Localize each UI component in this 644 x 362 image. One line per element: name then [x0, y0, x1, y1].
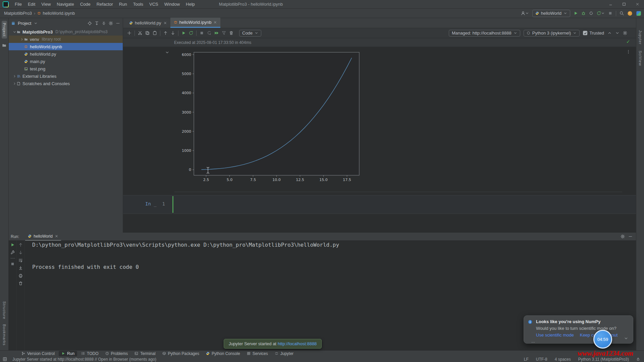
tree-item-venv[interactable]: venvlibrary root: [9, 36, 123, 43]
move-down-icon[interactable]: [171, 31, 175, 35]
run-all-icon[interactable]: [214, 31, 219, 35]
run-button[interactable]: [574, 11, 578, 15]
menu-help[interactable]: Help: [183, 1, 198, 8]
copy-icon[interactable]: [145, 31, 150, 35]
rerun-dropdown[interactable]: [597, 11, 605, 15]
status-encoding[interactable]: UTF-8: [536, 357, 547, 362]
close-icon[interactable]: [631, 0, 644, 8]
project-view-title[interactable]: Project: [18, 21, 31, 26]
prev-cell-icon[interactable]: [607, 31, 612, 35]
menu-edit[interactable]: Edit: [25, 1, 38, 8]
notebook-settings-icon[interactable]: [623, 31, 627, 35]
toolwindow-button-services[interactable]: Services: [244, 351, 271, 356]
toolwindow-button-python-console[interactable]: Python Console: [203, 351, 243, 356]
chevron-down-icon[interactable]: [34, 21, 38, 25]
notification-more[interactable]: ...: [531, 339, 629, 344]
rerun-icon[interactable]: [10, 243, 15, 247]
close-icon[interactable]: [55, 234, 58, 238]
run-tab[interactable]: helloWorld: [25, 233, 61, 241]
toolwindow-button-run[interactable]: Run: [59, 351, 77, 356]
menu-refactor[interactable]: Refactor: [94, 1, 116, 8]
cut-icon[interactable]: [138, 31, 142, 35]
menu-tools[interactable]: Tools: [130, 1, 146, 8]
collapse-notification-icon[interactable]: [624, 336, 628, 341]
collapse-all-icon[interactable]: [102, 21, 106, 25]
clear-console-icon[interactable]: [18, 281, 23, 286]
stop-button[interactable]: [608, 11, 612, 15]
arrow-down-icon[interactable]: [18, 250, 23, 255]
arrow-up-icon[interactable]: [18, 243, 23, 247]
stop-kernel-icon[interactable]: [200, 31, 204, 35]
printer-icon[interactable]: [18, 274, 23, 278]
ai-assistant-icon[interactable]: [627, 11, 633, 16]
delete-cell-icon[interactable]: [229, 31, 233, 35]
clear-outputs-icon[interactable]: [222, 31, 226, 35]
menu-code[interactable]: Code: [77, 1, 93, 8]
status-message[interactable]: Jupyter Server started at http://localho…: [12, 357, 156, 362]
tool-window-switcher-icon[interactable]: [3, 357, 7, 361]
tool-stripe-structure[interactable]: Structure: [2, 301, 6, 319]
scroll-end-icon[interactable]: [18, 266, 23, 270]
run-config-select[interactable]: helloWorld: [532, 10, 570, 17]
minimize-icon[interactable]: [604, 0, 617, 8]
menu-run[interactable]: Run: [116, 1, 130, 8]
tab-helloworld-py[interactable]: helloWorld.py: [126, 18, 170, 28]
maximize-icon[interactable]: [617, 0, 631, 8]
run-settings-icon[interactable]: [621, 234, 625, 239]
menu-navigate[interactable]: Navigate: [54, 1, 76, 8]
status-indent[interactable]: 4 spaces: [555, 357, 571, 362]
close-icon[interactable]: [163, 21, 167, 25]
code-cell[interactable]: [123, 195, 636, 214]
tool-stripe-bookmarks[interactable]: Bookmarks: [2, 324, 6, 346]
hide-panel-icon[interactable]: [116, 21, 120, 25]
select-opened-file-icon[interactable]: [95, 21, 99, 25]
tool-stripe-project[interactable]: Project: [2, 21, 7, 39]
run-console[interactable]: D:\python_pro\MatplotlibPro3\venv\Script…: [32, 241, 339, 271]
paste-icon[interactable]: [153, 31, 157, 35]
next-cell-icon[interactable]: [615, 31, 620, 35]
close-icon[interactable]: [213, 20, 217, 24]
menu-vcs[interactable]: VCS: [147, 1, 161, 8]
chevron-down-icon[interactable]: [12, 30, 17, 34]
toolwindow-button-version-control[interactable]: Version Control: [19, 351, 57, 356]
run-with-coverage-button[interactable]: [589, 11, 593, 15]
restart-kernel-icon[interactable]: [189, 31, 193, 35]
toolwindow-button-python-packages[interactable]: Python Packages: [160, 351, 202, 356]
lock-icon[interactable]: [636, 357, 640, 361]
run-cell-icon[interactable]: [181, 31, 186, 35]
tool-stripe-sciview[interactable]: SciView: [638, 51, 642, 66]
locate-file-icon[interactable]: [88, 21, 92, 25]
tree-item-matplotlibpro3[interactable]: MatplotlibPro3D:\python_pro\MatplotlibPr…: [9, 28, 123, 36]
tree-item-helloworld-ipynb[interactable]: helloWorld.ipynb: [9, 43, 123, 50]
kernel-select[interactable]: Python 3 (ipykernel): [524, 30, 580, 37]
move-up-icon[interactable]: [163, 31, 168, 35]
stop-icon[interactable]: [10, 262, 15, 266]
tool-stripe-jupyter[interactable]: Jupyter: [638, 30, 642, 45]
tree-item-main-py[interactable]: main.py: [9, 58, 123, 65]
folder-icon[interactable]: [2, 43, 6, 48]
profile-button[interactable]: [521, 11, 529, 15]
tree-item-test-png[interactable]: test.png: [9, 65, 123, 72]
gear-icon[interactable]: [109, 21, 113, 25]
chevron-right-icon[interactable]: [12, 74, 17, 78]
chevron-right-icon[interactable]: [12, 82, 17, 85]
menu-window[interactable]: Window: [162, 1, 182, 8]
breadcrumb-file[interactable]: helloWorld.ipynb: [43, 11, 75, 16]
inspection-ok-icon[interactable]: ✓: [626, 39, 630, 44]
cell-type-select[interactable]: Code: [239, 30, 261, 37]
debug-button[interactable]: [581, 11, 586, 15]
breadcrumb-project[interactable]: MatplotlibPro3: [4, 11, 32, 16]
add-cell-icon[interactable]: [127, 31, 131, 35]
tree-item-helloworld-py[interactable]: helloWorld.py: [9, 50, 123, 58]
chevron-right-icon[interactable]: [19, 38, 24, 41]
cell-options-icon[interactable]: [626, 50, 631, 54]
tooltip-link[interactable]: http://localhost:8888: [278, 341, 317, 346]
toolwindow-button-problems[interactable]: Problems: [103, 351, 131, 356]
toolwindow-button-todo[interactable]: TODO: [78, 351, 101, 356]
restart-and-run-icon[interactable]: [207, 31, 211, 35]
menu-file[interactable]: File: [12, 1, 24, 8]
hide-panel-icon[interactable]: [628, 234, 633, 239]
toolwindow-button-terminal[interactable]: Terminal: [132, 351, 158, 356]
tree-item-scratches-and-consoles[interactable]: Scratches and Consoles: [9, 80, 123, 87]
tab-helloworld-ipynb[interactable]: helloWorld.ipynb: [170, 18, 221, 28]
